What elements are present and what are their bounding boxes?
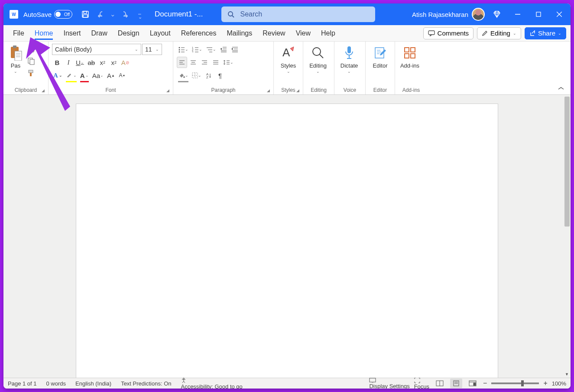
word-count[interactable]: 0 words bbox=[46, 380, 66, 387]
autosave-control[interactable]: AutoSave Off bbox=[23, 10, 72, 19]
svg-rect-77 bbox=[405, 54, 409, 58]
bullets-button[interactable]: ⌄ bbox=[177, 44, 190, 55]
dictate-button[interactable]: Dictate⌄ bbox=[337, 42, 361, 74]
clear-formatting-button[interactable]: A⊘ bbox=[120, 57, 130, 68]
align-center-button[interactable] bbox=[188, 57, 198, 68]
styles-launcher[interactable]: ◢ bbox=[296, 88, 299, 93]
comments-button[interactable]: Comments bbox=[423, 27, 474, 39]
word-icon: W bbox=[10, 10, 18, 19]
print-layout-button[interactable] bbox=[450, 379, 462, 388]
maximize-button[interactable] bbox=[528, 3, 549, 25]
tab-references[interactable]: References bbox=[176, 25, 222, 41]
zoom-in-button[interactable]: + bbox=[543, 379, 547, 387]
clipboard-launcher[interactable]: ◢ bbox=[42, 88, 45, 93]
focus-mode[interactable]: Focus bbox=[414, 377, 429, 389]
tab-insert[interactable]: Insert bbox=[58, 25, 86, 41]
save-button[interactable] bbox=[78, 7, 92, 21]
shrink-font-button[interactable]: A▼ bbox=[117, 70, 127, 81]
accessibility-status[interactable]: Accessibility: Good to go bbox=[181, 377, 242, 389]
svg-rect-75 bbox=[405, 48, 409, 52]
search-box[interactable]: Search bbox=[221, 6, 375, 22]
align-left-button[interactable] bbox=[177, 57, 187, 68]
web-layout-button[interactable] bbox=[467, 379, 479, 388]
tab-layout[interactable]: Layout bbox=[145, 25, 176, 41]
line-spacing-button[interactable]: ⌄ bbox=[222, 57, 235, 68]
display-settings[interactable]: Display Settings bbox=[369, 378, 409, 389]
page[interactable] bbox=[76, 104, 498, 378]
editing-mode-button[interactable]: Editing⌄ bbox=[477, 27, 521, 39]
text-effects-button[interactable]: A⌄ bbox=[52, 70, 64, 81]
undo-button[interactable] bbox=[94, 7, 108, 21]
italic-button[interactable]: I bbox=[63, 57, 74, 68]
justify-button[interactable] bbox=[211, 57, 221, 68]
zoom-out-button[interactable]: − bbox=[483, 379, 487, 387]
scroll-thumb[interactable] bbox=[564, 97, 570, 227]
borders-button[interactable]: ⌄ bbox=[191, 70, 203, 81]
svg-rect-71 bbox=[347, 46, 351, 53]
font-size-combo[interactable]: 11⌄ bbox=[142, 44, 162, 55]
account-button[interactable]: Atish Rajasekharan bbox=[412, 8, 485, 21]
document-area[interactable]: ▲ ▼ bbox=[3, 95, 571, 378]
numbering-button[interactable]: 123⌄ bbox=[191, 44, 204, 55]
highlight-button[interactable]: ⌄ bbox=[65, 70, 78, 81]
decrease-indent-button[interactable] bbox=[218, 44, 229, 55]
font-name-combo[interactable]: Calibri (Body)⌄ bbox=[52, 44, 141, 55]
cut-button[interactable] bbox=[26, 43, 36, 55]
page-number[interactable]: Page 1 of 1 bbox=[8, 380, 37, 387]
undo-dropdown[interactable]: ⌄ bbox=[110, 7, 116, 21]
tab-review[interactable]: Review bbox=[257, 25, 290, 41]
align-right-button[interactable] bbox=[199, 57, 210, 68]
tab-view[interactable]: View bbox=[291, 25, 316, 41]
mic-icon bbox=[343, 45, 355, 60]
strikethrough-button[interactable]: ab bbox=[86, 57, 97, 68]
document-title[interactable]: Document1 -... bbox=[155, 10, 203, 19]
collapse-ribbon-button[interactable] bbox=[558, 87, 564, 91]
minimize-button[interactable] bbox=[507, 3, 528, 25]
editor-button[interactable]: Editor bbox=[368, 42, 392, 69]
read-mode-button[interactable] bbox=[434, 379, 446, 388]
zoom-level[interactable]: 100% bbox=[552, 380, 566, 387]
close-button[interactable] bbox=[549, 3, 570, 25]
addins-label: Add-ins bbox=[400, 63, 419, 69]
editing-button[interactable]: Editing⌄ bbox=[306, 42, 330, 74]
sort-button[interactable]: AZ bbox=[204, 70, 214, 81]
font-color-button[interactable]: A⌄ bbox=[79, 70, 90, 81]
tab-file[interactable]: File bbox=[8, 25, 29, 41]
tab-design[interactable]: Design bbox=[113, 25, 145, 41]
zoom-slider[interactable] bbox=[491, 382, 539, 384]
multilevel-list-button[interactable]: ⌄ bbox=[204, 44, 217, 55]
paragraph-launcher[interactable]: ◢ bbox=[267, 88, 270, 93]
diamond-icon[interactable] bbox=[486, 3, 507, 25]
increase-indent-button[interactable] bbox=[230, 44, 240, 55]
bold-button[interactable]: B bbox=[52, 57, 62, 68]
language[interactable]: English (India) bbox=[75, 380, 111, 387]
qat-customize[interactable]: ⎯⌄ bbox=[133, 7, 147, 21]
font-launcher[interactable]: ◢ bbox=[166, 88, 169, 93]
shading-button[interactable]: ⌄ bbox=[177, 70, 190, 81]
format-painter-button[interactable] bbox=[26, 68, 36, 79]
copy-button[interactable] bbox=[26, 55, 36, 67]
scroll-down-button[interactable]: ▼ bbox=[563, 370, 571, 378]
tab-home[interactable]: Home bbox=[29, 25, 58, 41]
subscript-button[interactable]: x2 bbox=[97, 57, 108, 68]
borders-icon bbox=[192, 72, 198, 78]
styles-button[interactable]: A Styles⌄ bbox=[276, 42, 300, 74]
tab-mailings[interactable]: Mailings bbox=[222, 25, 258, 41]
share-button[interactable]: Share⌄ bbox=[525, 27, 566, 39]
change-case-button[interactable]: Aa ⌄ bbox=[91, 70, 105, 81]
accessibility-icon bbox=[181, 377, 187, 383]
superscript-button[interactable]: x2 bbox=[109, 57, 119, 68]
paste-button[interactable]: Pas ⌄ bbox=[6, 42, 25, 74]
text-predictions[interactable]: Text Predictions: On bbox=[121, 380, 171, 387]
autosave-toggle[interactable]: Off bbox=[54, 10, 72, 19]
grow-font-button[interactable]: A▲ bbox=[106, 70, 116, 81]
group-editing: Editing⌄ Editing bbox=[303, 42, 334, 94]
vertical-scrollbar[interactable]: ▲ ▼ bbox=[563, 95, 571, 378]
show-marks-button[interactable]: ¶ bbox=[215, 70, 225, 81]
tab-draw[interactable]: Draw bbox=[86, 25, 112, 41]
underline-button[interactable]: U ⌄ bbox=[75, 57, 85, 68]
addins-button[interactable]: Add-ins bbox=[398, 42, 422, 69]
redo-button[interactable] bbox=[117, 7, 131, 21]
group-paragraph: ⌄ 123⌄ ⌄ ⌄ ⌄ ⌄ AZ ¶ bbox=[173, 42, 274, 94]
tab-help[interactable]: Help bbox=[316, 25, 341, 41]
